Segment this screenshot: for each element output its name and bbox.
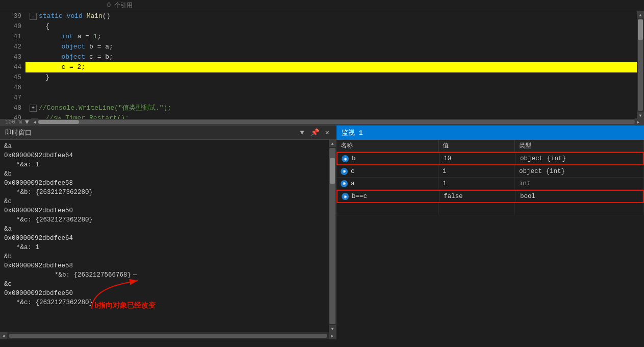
immediate-window-title: 即时窗口 [5, 128, 294, 137]
watch-cell-b-value: 10 [440, 153, 516, 164]
pin-button[interactable]: 📌 [309, 128, 321, 137]
watch-table: 名称 值 类型 ◉ b 10 object {int} [337, 140, 644, 339]
code-line-40: { [25, 21, 637, 32]
line-40: 40 [4, 21, 21, 32]
watch-window-header: 监视 1 [337, 126, 644, 140]
imm-scroll-track [9, 334, 327, 338]
code-line-48: + //Console.WriteLine("值类型测试."); [25, 103, 637, 113]
imm-line-6: *&b: {2632127362280} [4, 188, 325, 197]
code-line-44: c = 2; [25, 62, 637, 72]
watch-row-c: ◉ c 1 object {int} [337, 165, 644, 178]
imm-line-17: 0x00000092dbdfee50 [4, 289, 325, 298]
arrow-svg [82, 273, 153, 319]
imm-line-4: &b [4, 169, 325, 179]
dropdown-button[interactable]: ▼ [298, 129, 305, 137]
watch-empty-1 [337, 203, 439, 215]
imm-line-2: 0x00000092dbdfee64 [4, 151, 325, 160]
watch-icon-a: ◉ [341, 180, 348, 187]
watch-name-b: b [352, 155, 356, 162]
expand-icon-39[interactable]: - [30, 13, 37, 20]
watch-type-boolexpr: bool [520, 193, 535, 200]
immediate-content: &a 0x00000092dbdfee64 *&a: 1 &b 0x000000… [0, 140, 329, 332]
watch-name-c: c [351, 168, 355, 175]
watch-cell-b-type: object {int} [516, 153, 643, 164]
code-line-42: object b = a; [25, 42, 637, 52]
line-39: 39 [4, 11, 21, 21]
panel-controls: ▼ 📌 ✕ [298, 128, 331, 137]
imm-scroll-left[interactable]: ◄ [0, 332, 7, 339]
immediate-scroll-thumb [330, 158, 335, 184]
watch-cell-c-type: object {int} [515, 165, 644, 177]
line-43: 43 [4, 52, 21, 62]
watch-cell-boolexpr-type: bool [516, 191, 643, 202]
code-line-46 [25, 83, 637, 93]
imm-line-11: 0x00000092dbdfee64 [4, 234, 325, 243]
horizontal-scrollbar[interactable]: 100 % ▼ ◄ ► [0, 119, 644, 125]
imm-line-15: *&b: {2632127566768} — [4, 270, 325, 280]
code-right-scrollbar[interactable]: ▲ ▼ [637, 11, 644, 119]
h-scroll-track [38, 120, 635, 124]
watch-cell-boolexpr-name: ◉ b==c [338, 191, 440, 202]
watch-value-a: 1 [443, 180, 447, 187]
watch-value-boolexpr: false [444, 193, 463, 200]
watch-type-a: int [519, 180, 531, 187]
zoom-dropdown-icon[interactable]: ▼ [25, 118, 29, 126]
annotation-container: b指向对象已经改变 [82, 273, 153, 322]
watch-value-c: 1 [443, 168, 447, 175]
immediate-window-header: 即时窗口 ▼ 📌 ✕ [0, 126, 336, 140]
immediate-scroll-down[interactable]: ▼ [329, 325, 336, 332]
imm-line-8: 0x00000092dbdfee50 [4, 206, 325, 215]
imm-line-10: &a [4, 225, 325, 234]
watch-cell-b-name: ◉ b [338, 153, 440, 164]
code-content: 39 40 41 42 43 44 45 46 47 48 49 - stati… [0, 11, 644, 119]
scroll-up-button[interactable]: ▲ [637, 11, 644, 18]
scroll-down-button[interactable]: ▼ [637, 112, 644, 119]
watch-cell-c-value: 1 [439, 165, 515, 177]
code-line-49: //sw.Timer.Restart(); [25, 113, 637, 119]
scroll-right-button[interactable]: ► [635, 118, 642, 126]
watch-icon-b: ◉ [342, 155, 349, 162]
imm-scroll-right[interactable]: ► [329, 332, 336, 339]
line-49: 49 [4, 113, 21, 119]
annotation-text: b指向对象已经改变 [94, 301, 156, 310]
watch-window: 监视 1 名称 值 类型 ◉ b 10 object {int} [337, 126, 644, 339]
code-line-39: - static void Main () [25, 11, 637, 21]
watch-value-b: 10 [444, 155, 451, 162]
immediate-bottom-scrollbar[interactable]: ◄ ► [0, 332, 336, 339]
bottom-panels: 即时窗口 ▼ 📌 ✕ &a 0x00000092dbdfee64 *&a: 1 … [0, 125, 644, 339]
watch-cell-a-name: ◉ a [337, 178, 439, 189]
immediate-scrollbar[interactable]: ▲ ▼ [329, 140, 336, 332]
h-scroll-thumb [38, 120, 79, 124]
scroll-track [638, 19, 643, 111]
imm-line-12: *&a: 1 [4, 243, 325, 252]
imm-line-18: *&c: {2632127362280} [4, 298, 325, 307]
close-button[interactable]: ✕ [324, 128, 331, 137]
watch-name-a: a [351, 180, 355, 187]
scroll-thumb [638, 19, 643, 40]
immediate-row: &a 0x00000092dbdfee64 *&a: 1 &b 0x000000… [0, 140, 336, 332]
references-bar: 0 个引用 [0, 0, 644, 11]
imm-line-7: &c [4, 197, 325, 206]
zoom-level: 100 % [2, 119, 25, 125]
immediate-scroll-up[interactable]: ▲ [329, 140, 336, 147]
line-47: 47 [4, 93, 21, 103]
watch-row-boolexpr: ◉ b==c false bool [337, 190, 644, 203]
watch-icon-boolexpr: ◉ [342, 193, 349, 200]
imm-line-3: *&a: 1 [4, 160, 325, 169]
code-editor: 0 个引用 39 40 41 42 43 44 45 46 47 48 49 [0, 0, 644, 125]
code-line-45: } [25, 72, 637, 83]
code-line-43: object c = b; [25, 52, 637, 62]
watch-cell-a-type: int [515, 178, 644, 189]
line-45: 45 [4, 72, 21, 83]
imm-line-5: 0x00000092dbdfee58 [4, 179, 325, 188]
imm-line-13: &b [4, 252, 325, 261]
watch-empty-2 [439, 203, 515, 215]
line-42: 42 [4, 42, 21, 52]
scroll-left-button[interactable]: ◄ [31, 118, 38, 126]
watch-cell-a-value: 1 [439, 178, 515, 189]
line-numbers: 39 40 41 42 43 44 45 46 47 48 49 [0, 11, 25, 119]
expand-icon-48[interactable]: + [30, 105, 37, 112]
watch-name-boolexpr: b==c [352, 193, 367, 200]
code-lines: - static void Main () { int a = 1 ; [25, 11, 637, 119]
watch-row-a: ◉ a 1 int [337, 178, 644, 190]
